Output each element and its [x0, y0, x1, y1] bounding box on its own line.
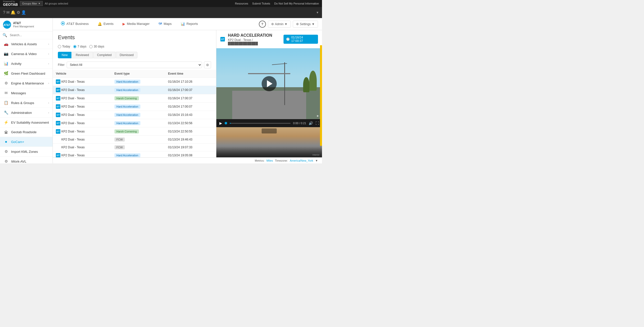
radio-30days[interactable]: 30 days [89, 45, 104, 48]
admin-button[interactable]: ⚙ Admin ▼ [268, 21, 291, 28]
metrics-value[interactable]: Miles [266, 159, 273, 162]
filter-icon-button[interactable]: ⚙ [204, 61, 211, 68]
event-type-badge: Hard Acceleration [114, 113, 140, 117]
sidebar-item-administration[interactable]: 🔧 Administration › [0, 108, 53, 118]
table-row[interactable]: GTKP2 Dual - TexasHard Acceleration01/16… [53, 111, 216, 119]
table-row[interactable]: GTKP2 Dual - TexasHard Acceleration01/13… [53, 151, 216, 158]
filter-select[interactable]: Select All [67, 62, 202, 68]
iwork-icon: ⚙ [4, 159, 9, 163]
sidebar-item-messages[interactable]: ✉ Messages [0, 88, 53, 98]
event-vehicle-cell: KP2 Dual - Texas [53, 144, 111, 151]
tab-dismissed-btn[interactable]: Dismissed [116, 52, 137, 58]
tab-media-manager[interactable]: ▶ Media Manager [118, 20, 153, 28]
nav-question-icon[interactable]: ? [3, 10, 5, 15]
table-row[interactable]: GTKP2 Dual - TexasHard Acceleration01/16… [53, 103, 216, 111]
table-row[interactable]: GTKP2 Dual - TexasHarsh Cornering01/13/2… [53, 127, 216, 136]
help-button[interactable]: ? [259, 21, 266, 28]
settings-button[interactable]: ⚙ Settings ▼ [293, 21, 318, 28]
video-play-button[interactable] [262, 76, 277, 91]
radio-7days[interactable]: 7 days [73, 45, 86, 48]
nav-mail-icon[interactable]: ✉ [6, 10, 10, 15]
groups-filter-label: Groups filter [22, 2, 37, 5]
vehicle-name: KP2 Dual - Texas [61, 154, 85, 157]
groups-filter-button[interactable]: Groups filter ▼ [20, 1, 43, 6]
main-content: AT&T Business 🔔 Events ▶ Media Manager 🗺… [53, 18, 322, 163]
content-tabs: AT&T Business 🔔 Events ▶ Media Manager 🗺… [53, 18, 322, 30]
vehicle-name: KP2 Dual - Texas [61, 130, 85, 133]
event-type-cell: Hard Acceleration [111, 119, 165, 127]
video-fullscreen-icon[interactable]: ⛶ [315, 121, 319, 125]
video-container[interactable]: ▶ [216, 48, 322, 119]
att-business-icon [61, 21, 65, 26]
footer-chevron-icon[interactable]: ▼ [315, 159, 318, 162]
tab-att-business[interactable]: AT&T Business [57, 19, 93, 29]
nav-user-icon[interactable]: 👤 [21, 10, 26, 15]
radio-today-input[interactable] [58, 45, 61, 48]
ev-label: EV Suitability Assessment [11, 121, 49, 124]
engine-chevron-icon: › [48, 82, 49, 85]
event-vehicle-cell: KP2 Dual - Texas [53, 136, 111, 144]
table-row[interactable]: GTKP2 Dual - TexasHard Acceleration01/16… [53, 78, 216, 86]
table-row[interactable]: GTKP2 Dual - TexasHard Acceleration01/16… [53, 86, 216, 94]
table-row[interactable]: KP2 Dual - TexasFCW01/13/24 19:07:33 [53, 144, 216, 151]
radio-today[interactable]: Today [58, 45, 70, 48]
filter-settings-icon: ⚙ [206, 63, 209, 67]
do-not-sell-link[interactable]: Do Not Sell My Personal Information [274, 2, 319, 5]
interior-video-label: Interior [312, 154, 319, 156]
sidebar-item-vehicles[interactable]: 🚗 Vehicles & Assets › [0, 39, 53, 49]
content-tabs-right: ? ⚙ Admin ▼ ⚙ Settings ▼ [259, 21, 318, 28]
nav-chevron-icon[interactable]: ▼ [316, 11, 319, 14]
event-type-cell: FCW [111, 144, 165, 151]
submit-tickets-link[interactable]: Submit Tickets [252, 2, 270, 5]
video-progress-dot[interactable] [225, 122, 227, 124]
tab-maps[interactable]: 🗺 Maps [154, 20, 176, 28]
sidebar-item-green-fleet[interactable]: 🌿 Green Fleet Dashboard [0, 69, 53, 78]
sidebar-item-ev[interactable]: ⚡ EV Suitability Assessment [0, 118, 53, 127]
messages-label: Messages [11, 91, 49, 95]
roadside-icon: 🛣 [4, 130, 9, 134]
sidebar-item-activity[interactable]: 📊 Activity › [0, 59, 53, 69]
sidebar-item-gocam[interactable]: ● GoCam+ [0, 137, 53, 147]
events-table-header: Vehicle Event type Event time [53, 70, 216, 78]
tab-completed-btn[interactable]: Completed [93, 52, 115, 58]
video-progress-fill [230, 123, 231, 124]
settings-chevron-icon: ▼ [312, 22, 315, 26]
sidebar-item-iwork[interactable]: ⚙ iWork-AVL [0, 157, 53, 163]
tab-events[interactable]: 🔔 Events [94, 20, 117, 28]
timezone-value[interactable]: America/New_York [290, 159, 313, 162]
event-type-cell: FCW [111, 136, 165, 144]
play-triangle-icon [267, 80, 272, 87]
nav-bell-icon[interactable]: 🔔 [11, 10, 16, 15]
video-corner-label: ▶ [317, 114, 319, 117]
tab-reviewed-btn[interactable]: Reviewed [72, 52, 93, 58]
event-type-badge: Harsh Cornering [114, 129, 139, 133]
maps-icon: 🗺 [158, 22, 162, 26]
nav-gear-icon[interactable]: ⚙ [17, 10, 20, 15]
table-row[interactable]: GTKP2 Dual - TexasHard Acceleration01/13… [53, 119, 216, 127]
tab-new-btn[interactable]: New [58, 52, 71, 58]
sidebar-item-engine[interactable]: ⚙ Engine & Maintenance › [0, 78, 53, 88]
events-filter-row: Filter Select All ⚙ [53, 60, 216, 70]
tab-reports[interactable]: 📊 Reports [177, 20, 202, 28]
table-row[interactable]: KP2 Dual - TexasFCW01/13/24 19:46:43 [53, 136, 216, 144]
table-row[interactable]: GTKP2 Dual - TexasHarsh Cornering01/16/2… [53, 94, 216, 103]
radio-7days-input[interactable] [73, 45, 76, 48]
sidebar-item-geotab-roadside[interactable]: 🛣 Geotab Roadside [0, 127, 53, 137]
gt-badge: GT [56, 88, 60, 92]
radio-30days-input[interactable] [89, 45, 93, 48]
sidebar-item-import-kml[interactable]: ⚙ Import KML Zones [0, 147, 53, 157]
sidebar-item-rules[interactable]: 📋 Rules & Groups › [0, 98, 53, 108]
video-progress-bar[interactable] [230, 123, 291, 124]
vehicle-name: KP2 Dual - Texas [61, 121, 85, 125]
groups-filter-arrow-icon: ▼ [38, 2, 41, 5]
event-vehicle-cell: GTKP2 Dual - Texas [53, 78, 111, 86]
sidebar-search-item[interactable]: 🔍 [0, 31, 53, 39]
video-controls-play-icon[interactable]: ▶ [219, 121, 222, 125]
sidebar-search-input[interactable] [10, 33, 50, 37]
event-time-cell: 01/13/24 19:07:33 [165, 144, 216, 151]
event-type-badge: Harsh Cornering [114, 96, 139, 100]
resources-link[interactable]: Resources [235, 2, 248, 5]
search-icon: 🔍 [3, 33, 7, 37]
sidebar-item-cameras[interactable]: 📷 Cameras & Video › [0, 49, 53, 59]
video-volume-icon[interactable]: 🔊 [309, 121, 313, 125]
